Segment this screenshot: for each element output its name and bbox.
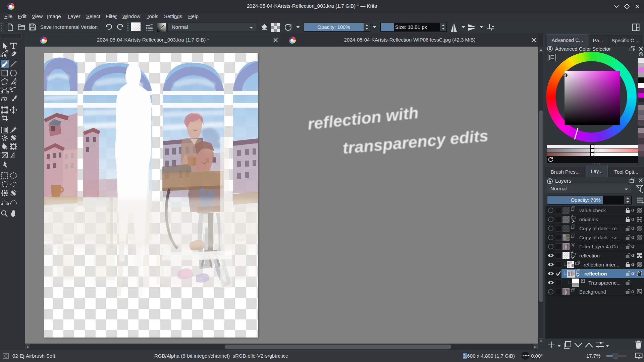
svg-text:reflection with: reflection with: [307, 104, 419, 133]
svg-text:transparency edits: transparency edits: [342, 126, 489, 157]
